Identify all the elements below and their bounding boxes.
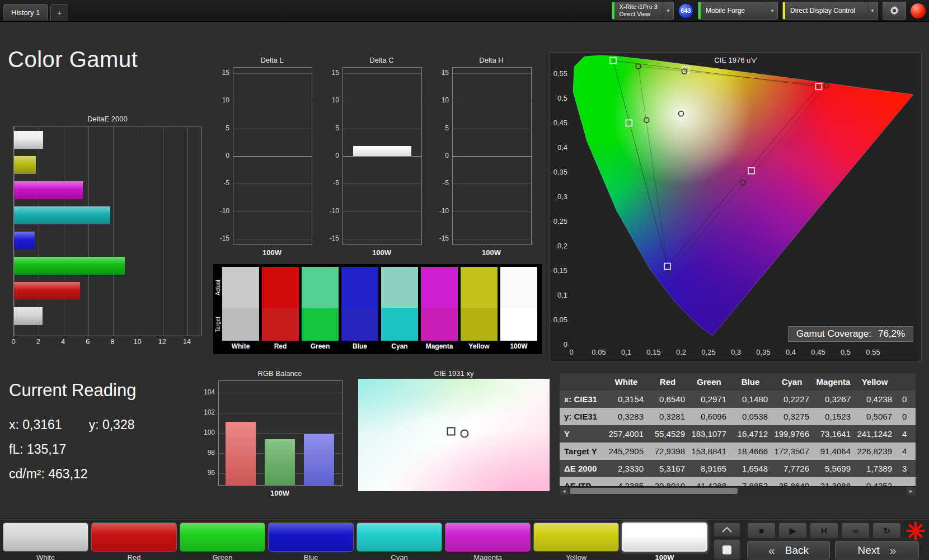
patch-label: 100W [622, 553, 707, 560]
cie1931-chart: CIE 1931 xy [358, 369, 550, 498]
table-header-blank [560, 373, 606, 390]
target-marker-red [815, 83, 822, 90]
patch-label: Magenta [445, 553, 531, 560]
status-orb-icon [911, 3, 926, 18]
back-button[interactable]: « Back [747, 541, 830, 559]
scroll-left-button[interactable]: ◄ [560, 487, 569, 495]
continuous-button[interactable]: ∞ [841, 523, 870, 539]
patch-button-blue[interactable]: Blue [268, 523, 354, 560]
swatch-white: White [222, 267, 259, 352]
stop-button[interactable]: ■ [747, 523, 776, 539]
scroll-right-button[interactable]: ► [907, 487, 916, 495]
patch-button-cyan[interactable]: Cyan [356, 523, 442, 560]
scrollbar-thumb[interactable] [570, 488, 738, 494]
cie1976-x-axis: 00,050,10,150,20,250,30,350,40,450,50,55 [550, 348, 921, 358]
measurement-table: WhiteRedGreenBlueCyanMagentaYellowx: CIE… [560, 373, 916, 495]
display-control-name: Direct Display Control [785, 2, 867, 19]
table-cell-clipped: 4 [895, 443, 916, 460]
patch-button-red[interactable]: Red [91, 523, 177, 560]
swatch-label: Magenta [421, 341, 458, 352]
table-header-row: WhiteRedGreenBlueCyanMagentaYellow [560, 373, 916, 390]
table-cell: 0,2227 [771, 390, 813, 408]
patch-color-blue [268, 523, 354, 552]
swatch-columns: WhiteRedGreenBlueCyanMagentaYellow100W [222, 267, 537, 352]
source-name: Mobile Forge [701, 2, 767, 19]
table-header-magenta: Magenta [813, 373, 854, 390]
table-row-target-y: Target Y245,290572,9398153,884118,466617… [560, 443, 916, 460]
measured-marker-cyan [644, 117, 649, 123]
swatch-green: Green [302, 267, 339, 352]
gridline [343, 101, 421, 101]
axis-tick-label: 14 [183, 337, 191, 346]
layout-button[interactable] [714, 539, 740, 560]
next-button[interactable]: Next » [835, 541, 919, 559]
axis-tick-label: -5 [215, 179, 229, 187]
swatch-label: Blue [341, 341, 378, 352]
measured-marker-magenta [740, 180, 745, 185]
axis-tick-label: 6 [86, 337, 90, 346]
meter-dropdown[interactable]: X-Rite i1Pro 3 Direct View ▼ [612, 2, 674, 20]
add-tab-button[interactable]: + [50, 4, 68, 21]
axis-tick-label: 15 [325, 69, 339, 77]
current-reading-panel: Current Reading x: 0,3161y: 0,328 fL: 13… [9, 380, 136, 491]
axis-tick-label: 0 [11, 337, 15, 346]
table-cell: 0,3267 [813, 390, 854, 408]
patch-button-yellow[interactable]: Yellow [533, 523, 619, 560]
scrollbar-track[interactable] [569, 487, 907, 495]
swatch-red: Red [262, 267, 299, 352]
rgb-balance-title: RGB Balance [218, 369, 341, 378]
display-control-dropdown[interactable]: Direct Display Control ▼ [782, 2, 878, 20]
swatch-label: Cyan [381, 341, 418, 352]
refresh-button[interactable]: ↻ [872, 523, 901, 539]
deltae-bar-red [14, 282, 80, 300]
axis-tick-label: 0,55 [866, 348, 880, 356]
patch-label: Cyan [356, 553, 442, 560]
axis-tick-label: 0,1 [550, 291, 567, 299]
axis-tick-label: 0 [569, 348, 573, 356]
table-horizontal-scrollbar[interactable]: ◄ ► [560, 486, 916, 495]
tab-history-1[interactable]: History 1 [3, 4, 48, 21]
table-cell: 16,4712 [730, 425, 771, 443]
table-cell: 0,3154 [606, 390, 647, 408]
table-row-label: y: CIE31 [560, 408, 606, 425]
patch-button-100w[interactable]: 100W [622, 523, 707, 560]
axis-tick-label: 0,5 [550, 94, 567, 102]
target-marker-magenta [748, 168, 754, 174]
deltae2000-chart: DeltaE 2000 02468101214 [12, 115, 203, 350]
gridline [233, 239, 312, 239]
gridline [219, 393, 342, 393]
patch-button-green[interactable]: Green [180, 523, 265, 560]
source-dropdown[interactable]: Mobile Forge ▼ [698, 2, 778, 20]
page-title: Color Gamut [8, 47, 138, 72]
axis-tick-label: 98 [200, 449, 215, 457]
topbar: History 1 + X-Rite i1Pro 3 Direct View ▼… [0, 0, 929, 22]
gridline [233, 183, 312, 184]
patch-row: WhiteRedGreenBlueCyanMagentaYellow100W [3, 523, 707, 560]
delta-h-y-axis: 151050-5-10-15 [438, 67, 450, 244]
swatch-target-yellow [461, 308, 498, 341]
delta-h-series-label: 100W [452, 248, 531, 257]
patch-button-magenta[interactable]: Magenta [445, 523, 531, 560]
reading-cd-value: cd/m²: 463,12 [9, 467, 136, 482]
delta-c-title: Delta C [342, 56, 421, 64]
table-cell: 91,4064 [813, 443, 854, 460]
reading-x-value: x: 0,3161 [9, 417, 62, 432]
delta-c-bar [353, 146, 411, 156]
gridline [219, 413, 342, 413]
rgb-balance-series-label: 100W [218, 489, 341, 497]
settings-button[interactable] [883, 2, 906, 20]
axis-tick-label: 5 [325, 124, 339, 132]
axis-tick-label: 0,15 [646, 348, 660, 356]
axis-tick-label: 10 [325, 96, 339, 104]
swatch-label: Red [262, 341, 299, 352]
table-cell: 0,3275 [771, 408, 813, 425]
patch-color-red [91, 523, 177, 552]
play-button[interactable]: ▶ [778, 523, 807, 539]
patch-button-white[interactable]: White [3, 523, 88, 560]
axis-tick-label: 0,2 [550, 242, 567, 250]
deltae-bar-100w [14, 307, 43, 325]
gridline [453, 73, 531, 74]
history-button[interactable]: H [810, 523, 838, 539]
collapse-panel-button[interactable] [714, 523, 740, 537]
axis-tick-label: 0,25 [550, 217, 567, 225]
